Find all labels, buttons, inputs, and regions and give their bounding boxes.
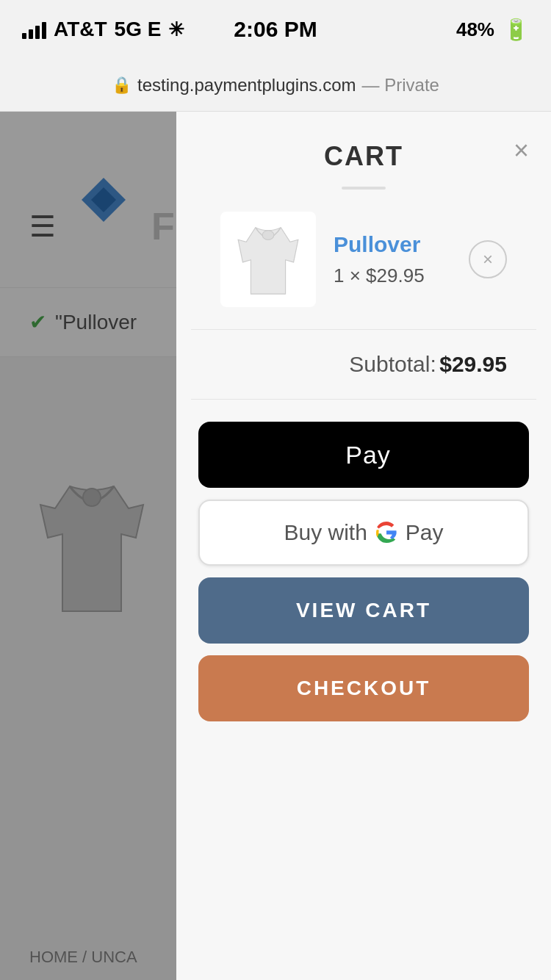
close-button[interactable]: × — [514, 137, 529, 164]
hoodie-image — [228, 219, 309, 300]
remove-icon: × — [483, 249, 493, 270]
status-right: 48% 🔋 — [456, 18, 529, 42]
svg-point-3 — [262, 231, 274, 240]
network-label: 5G E — [115, 18, 162, 41]
status-left: AT&T 5G E ✳ — [22, 18, 184, 41]
cart-item: Pullover 1 × $29.95 × — [220, 212, 507, 307]
remove-item-button[interactable]: × — [469, 240, 507, 278]
url-bar[interactable]: 🔒 testing.paymentplugins.com — Private — [0, 59, 551, 112]
signal-icon — [22, 20, 46, 39]
network-icon: ✳ — [168, 18, 184, 41]
google-pay-text: Pay — [406, 520, 444, 545]
buy-with-label: Buy with — [284, 520, 367, 545]
battery-percent: 48% — [456, 18, 494, 41]
status-bar: AT&T 5G E ✳ 2:06 PM 48% 🔋 — [0, 0, 551, 59]
item-info: Pullover 1 × $29.95 — [334, 232, 451, 287]
private-label: — Private — [362, 75, 439, 96]
buttons-section: Pay Buy with Pay VIEW CART CHECKOUT — [176, 400, 551, 743]
subtotal-section: Subtotal: $29.95 — [191, 330, 536, 400]
subtotal-label: Subtotal: — [349, 352, 436, 376]
url-text: testing.paymentplugins.com — [137, 75, 356, 96]
cart-panel: CART × Pullover 1 × $29.95 × S — [176, 112, 551, 980]
url-content: 🔒 testing.paymentplugins.com — Private — [112, 75, 439, 96]
view-cart-button[interactable]: VIEW CART — [198, 577, 529, 644]
close-icon: × — [514, 135, 529, 165]
apple-pay-label: Pay — [345, 441, 391, 469]
item-qty-price: 1 × $29.95 — [334, 264, 451, 287]
checkout-label: CHECKOUT — [297, 677, 431, 699]
carrier-label: AT&T — [54, 18, 107, 41]
item-name: Pullover — [334, 232, 451, 257]
cart-item-section: Pullover 1 × $29.95 × — [191, 190, 536, 330]
time-label: 2:06 PM — [234, 17, 317, 42]
view-cart-label: VIEW CART — [296, 599, 431, 621]
checkout-button[interactable]: CHECKOUT — [198, 655, 529, 721]
cart-header: CART × — [176, 112, 551, 172]
battery-icon: 🔋 — [503, 18, 529, 42]
item-image — [220, 212, 316, 307]
apple-pay-button[interactable]: Pay — [198, 422, 529, 488]
lock-icon: 🔒 — [112, 76, 132, 95]
google-pay-button[interactable]: Buy with Pay — [198, 500, 529, 566]
cart-title: CART — [324, 141, 403, 172]
google-g-icon — [373, 519, 400, 546]
subtotal-amount: $29.95 — [439, 352, 507, 376]
